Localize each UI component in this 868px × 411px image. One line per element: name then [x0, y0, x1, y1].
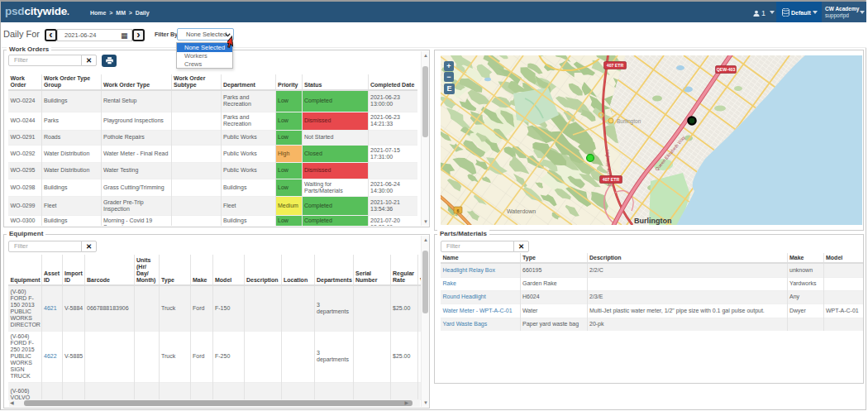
svg-text:QEW-403: QEW-403: [717, 67, 736, 72]
svg-text:407 ETR: 407 ETR: [607, 63, 624, 68]
svg-text:Burlington: Burlington: [617, 117, 641, 124]
svg-text:Waterdown: Waterdown: [507, 208, 536, 214]
svg-text:Burlington: Burlington: [634, 216, 672, 224]
svg-text:6: 6: [457, 208, 460, 213]
svg-text:407 ETR: 407 ETR: [603, 177, 620, 182]
